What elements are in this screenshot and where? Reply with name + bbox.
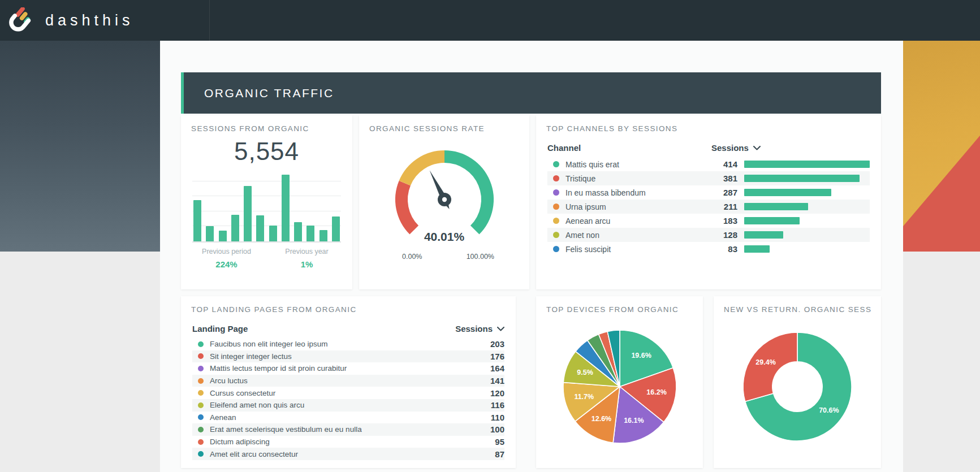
bar	[244, 186, 252, 241]
sessions-sort-header[interactable]: Sessions	[455, 324, 504, 334]
row-label: Mattis lectus tempor id sit proin curabi…	[210, 364, 475, 373]
previous-period-stat: Previous period 224%	[192, 248, 261, 269]
table-row: Sit integer integer lectus176	[192, 350, 504, 363]
bar	[282, 175, 290, 241]
series-dot	[198, 427, 204, 432]
table-row: Tristique381	[547, 171, 870, 185]
card-top-landing-pages: TOP LANDING PAGES FROM ORGANIC Landing P…	[181, 296, 516, 468]
row-value: 83	[711, 244, 737, 254]
sessions-total: 5,554	[181, 137, 352, 166]
row-value: 141	[475, 376, 504, 386]
series-dot	[198, 402, 204, 408]
pie-label: 9.5%	[577, 369, 593, 376]
row-label: Dictum adipiscing	[210, 438, 475, 446]
row-bar-track	[744, 175, 870, 182]
bar	[320, 230, 327, 241]
bar	[294, 222, 302, 241]
previous-year-stat: Previous year 1%	[273, 248, 341, 269]
row-value: 414	[711, 159, 737, 169]
brand[interactable]: dashthis	[0, 7, 134, 33]
series-dot	[198, 353, 204, 359]
table-row: Faucibus non elit integer leo ipsum203	[192, 338, 504, 350]
row-value: 100	[475, 425, 504, 434]
table-row: In eu massa bibendum287	[547, 185, 870, 200]
row-bar-track	[744, 231, 870, 239]
card-top-channels: TOP CHANNELS BY SESSIONS Channel Session…	[536, 115, 881, 289]
row-bar-track	[744, 217, 870, 224]
devices-pie-chart: 19.6%16.2%16.1%12.6%11.7%9.5%	[536, 322, 703, 452]
bar	[256, 215, 264, 241]
pie-label: 70.6%	[819, 406, 839, 414]
card-title: ORGANIC SESSIONS RATE	[369, 124, 519, 133]
dashboard-page: dashthis ORGANIC TRAFFIC SESSIONS FROM O…	[0, 0, 980, 472]
section-title: ORGANIC TRAFFIC	[204, 86, 334, 100]
card-new-vs-returning: NEW VS RETURN. ORGANIC SESSI... 70.6%29.…	[714, 296, 881, 468]
new-vs-returning-donut-chart: 70.6%29.4%	[714, 322, 881, 452]
series-dot	[553, 232, 559, 238]
row-label: Tristique	[565, 174, 711, 183]
brand-name: dashthis	[45, 12, 134, 29]
sessions-column-header: Sessions	[455, 324, 493, 334]
series-dot	[553, 175, 559, 181]
row-value: 110	[475, 413, 504, 422]
gauge-segment	[404, 157, 444, 183]
background-photo-right	[903, 41, 980, 252]
row-label: Urna ipsum	[565, 202, 711, 211]
bar	[193, 200, 201, 241]
row-bar	[744, 203, 808, 210]
row-label: Amet non	[565, 231, 711, 240]
row-value: 183	[711, 216, 737, 226]
table-row: Mattis lectus tempor id sit proin curabi…	[192, 362, 504, 375]
table-row: Cursus consectetur120	[192, 387, 504, 399]
card-title: TOP LANDING PAGES FROM ORGANIC	[191, 305, 506, 314]
row-bar-track	[744, 189, 870, 196]
sessions-bar-chart	[192, 175, 341, 243]
section-banner: ORGANIC TRAFFIC	[181, 72, 881, 114]
row-label: Aenean arcu	[565, 216, 711, 226]
pie-label: 11.7%	[574, 393, 594, 401]
row-bar	[744, 231, 783, 239]
row-label: Aenean	[210, 413, 475, 422]
report-panel: ORGANIC TRAFFIC SESSIONS FROM ORGANIC 5,…	[160, 41, 903, 472]
table-row: Aenean110	[192, 412, 504, 424]
pie-label: 12.6%	[591, 415, 611, 423]
previous-period-value: 224%	[192, 259, 261, 269]
row-label: Felis suscipit	[565, 245, 711, 254]
row-label: Amet elit arcu consectetur	[210, 450, 475, 458]
row-bar-track	[744, 245, 870, 253]
table-header: Channel Sessions	[547, 143, 870, 153]
sessions-column-header: Sessions	[711, 143, 749, 153]
row-label: Eleifend amet non quis arcu	[210, 401, 475, 409]
table-row: Erat amet scelerisque vestibulum eu eu n…	[192, 423, 504, 436]
series-dot	[198, 390, 204, 396]
pie-slice	[743, 332, 797, 401]
table-row: Arcu luctus141	[192, 375, 504, 387]
row-value: 95	[475, 437, 504, 447]
row-label: In eu massa bibendum	[565, 188, 711, 197]
row-label: Erat amet scelerisque vestibulum eu eu n…	[210, 425, 475, 434]
card-title: SESSIONS FROM ORGANIC	[191, 124, 342, 133]
table-row: Felis suscipit83	[547, 242, 870, 256]
row-bar	[744, 175, 860, 182]
row-value: 287	[711, 188, 737, 197]
bar	[219, 231, 227, 241]
row-value: 164	[475, 363, 504, 373]
gauge-min-label: 0.00%	[402, 253, 422, 261]
row-value: 203	[475, 339, 504, 349]
row-value: 128	[711, 230, 737, 240]
row-bar	[744, 161, 870, 168]
card-title: NEW VS RETURN. ORGANIC SESSI...	[724, 305, 871, 314]
row-label: Cursus consectetur	[210, 389, 475, 397]
sessions-sort-header[interactable]: Sessions	[711, 143, 870, 153]
series-dot	[198, 341, 204, 347]
table-row: Aenean arcu183	[547, 214, 870, 228]
bars	[192, 175, 341, 241]
background-photo-left	[0, 41, 160, 252]
series-dot	[553, 246, 559, 252]
row-bar-track	[744, 161, 870, 168]
chevron-down-icon	[497, 327, 504, 331]
dashthis-logo-icon	[9, 7, 35, 33]
gauge-max-label: 100.00%	[467, 253, 494, 261]
chevron-down-icon	[753, 146, 761, 150]
row-value: 120	[475, 388, 504, 398]
